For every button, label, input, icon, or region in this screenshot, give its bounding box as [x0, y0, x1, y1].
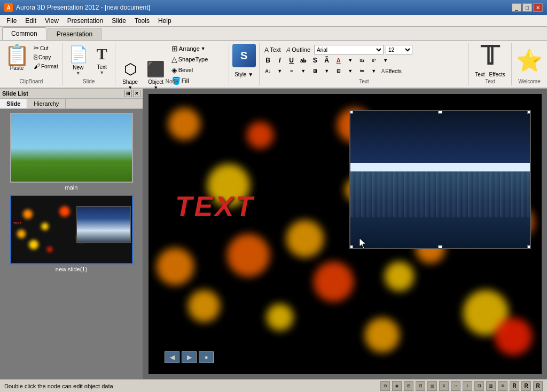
bullets-dd[interactable]: ▼ [369, 66, 379, 76]
underline-button[interactable]: U [286, 56, 297, 65]
nav-play-button[interactable]: ● [199, 351, 214, 363]
menu-file[interactable]: File [2, 16, 21, 26]
minimize-button[interactable]: _ [512, 3, 521, 12]
style-group-right: 𝕋 Text Effects Text [469, 43, 512, 85]
status-icon-9[interactable]: ▥ [486, 381, 496, 391]
ribbon-text-section: Text A Text A Outline Arial 12 [260, 43, 469, 85]
italic-button[interactable]: I [275, 56, 285, 65]
arrange-button[interactable]: ⊞ Arrange ▼ [170, 44, 210, 53]
status-icon-2[interactable]: ⊞ [404, 381, 413, 391]
status-message: Double click the node can edit object da… [4, 383, 113, 389]
status-icon-10[interactable]: ≋ [498, 381, 507, 391]
line-spacing[interactable]: ≡ [286, 66, 297, 76]
status-icon-8[interactable]: ⊡ [474, 381, 484, 391]
status-icon-r0[interactable]: R [510, 381, 519, 391]
handle-bl[interactable] [349, 245, 353, 249]
bevel-button[interactable]: ◈ Bevel [170, 65, 210, 75]
winter-scene [349, 110, 531, 249]
status-icon-r1[interactable]: R [521, 381, 531, 391]
status-icon-7[interactable]: ↕ [463, 381, 472, 391]
main-area: Slide List ⊞ ✕ Slide Hierarchy main [0, 89, 547, 379]
handle-bc[interactable] [438, 245, 442, 249]
column[interactable]: ⊟ [333, 66, 344, 76]
handle-tl[interactable] [349, 110, 353, 114]
style-effects-button[interactable]: Effects [488, 71, 506, 78]
outline-button[interactable]: A Outline [285, 45, 312, 54]
font-family-select[interactable]: Arial [314, 45, 384, 54]
welcome-star-icon[interactable]: ⭐ [516, 50, 543, 71]
slide-tab-slide[interactable]: Slide [0, 99, 27, 108]
nav-prev-button[interactable]: ◀ [165, 351, 179, 363]
style-preview[interactable]: S [232, 44, 256, 67]
bold-button[interactable]: B [263, 56, 274, 65]
slide-label-0: main [65, 184, 78, 191]
title-bar-buttons[interactable]: _ □ ✕ [512, 3, 543, 12]
status-icon-5[interactable]: ≡ [439, 381, 449, 391]
object-button[interactable]: ⬛ Object ▼ [144, 59, 168, 91]
text-dropdown1[interactable]: ▼ [345, 56, 356, 65]
app-icon: A [4, 3, 13, 12]
new-button[interactable]: 📄 New ▼ [66, 44, 90, 77]
bullets[interactable]: ≔ [357, 66, 368, 76]
nav-next-button[interactable]: ▶ [182, 351, 197, 363]
copy-button[interactable]: ⎘ Copy [33, 53, 59, 61]
slide-panel-header-left: Slide List [2, 90, 28, 97]
shapetype-button[interactable]: △ ShapeType [170, 54, 210, 64]
cut-button[interactable]: ✂ Cut [33, 44, 59, 52]
node-label: Node [115, 79, 229, 84]
style-text-button[interactable]: Text [474, 71, 486, 78]
handle-br[interactable] [527, 245, 531, 249]
font-size-select[interactable]: 12 [386, 45, 412, 54]
maximize-button[interactable]: □ [522, 3, 532, 12]
status-icon-4[interactable]: ||| [427, 381, 437, 391]
status-icon-1[interactable]: ◈ [392, 381, 402, 391]
mini-text-overlay: TEXT [13, 222, 21, 225]
shadow-button[interactable]: S [310, 56, 321, 65]
strikethrough-button[interactable]: ab̶ [298, 56, 309, 65]
letter-spacing-button[interactable]: Ã [322, 56, 332, 65]
subscript-button[interactable]: x₂ [357, 56, 368, 65]
font-size-down[interactable]: A↓ [263, 66, 274, 76]
indent-dd[interactable]: ▼ [322, 66, 332, 76]
menu-presentation[interactable]: Presentation [63, 16, 107, 26]
slide-tab-hierarchy[interactable]: Hierarchy [27, 99, 66, 108]
slide-item-0[interactable]: main [4, 113, 138, 191]
format-button[interactable]: 🖌 Format [33, 62, 59, 70]
menu-edit[interactable]: Edit [21, 16, 41, 26]
title-bar-left: A Aurora 3D Presentation 2012 - [new doc… [4, 3, 150, 12]
menu-view[interactable]: View [41, 16, 63, 26]
menu-tools[interactable]: Tools [130, 16, 154, 26]
style-dropdown[interactable]: Style ▼ [235, 72, 253, 77]
mini-winter-image [76, 206, 131, 243]
text-label-button[interactable]: A Text [263, 45, 283, 54]
text-color-button[interactable]: A [333, 56, 344, 65]
text-button[interactable]: T Text ▼ [92, 44, 112, 76]
tab-presentation[interactable]: Presentation [48, 28, 101, 40]
slide-item-1[interactable]: TEXT new slide(1) [4, 195, 138, 272]
handle-tc[interactable] [438, 110, 442, 114]
tab-common[interactable]: Common [2, 27, 46, 40]
paste-button[interactable]: 📋 Paste [3, 44, 30, 72]
handle-tr[interactable] [527, 110, 531, 114]
tab-bar: Common Presentation [0, 27, 547, 41]
title-bar: A Aurora 3D Presentation 2012 - [new doc… [0, 0, 547, 15]
ribbon: 📋 Paste ✂ Cut ⎘ Copy 🖌 Format ClipBoard [0, 41, 547, 89]
status-icon-r2[interactable]: R [533, 381, 543, 391]
column-dd[interactable]: ▼ [345, 66, 356, 76]
status-icon-6[interactable]: ↔ [451, 381, 460, 391]
slide2-bg: TEXT [11, 196, 132, 263]
menu-slide[interactable]: Slide [107, 16, 130, 26]
status-icon-3[interactable]: ⊟ [416, 381, 425, 391]
shape-button[interactable]: ⬡ Shape ▼ [119, 59, 142, 91]
slide1-bg [11, 114, 132, 182]
superscript-button[interactable]: x² [369, 56, 379, 65]
text-dropdown2[interactable]: ▼ [380, 56, 391, 65]
line-spacing-dd[interactable]: ▼ [298, 66, 309, 76]
close-button[interactable]: ✕ [533, 3, 543, 12]
status-icon-0[interactable]: ⊙ [380, 381, 390, 391]
font-size-up[interactable]: ▼ [275, 66, 285, 76]
slide-thumb-1: TEXT [10, 195, 133, 264]
slide-label: Slide [63, 79, 115, 84]
indent[interactable]: ⊞ [310, 66, 321, 76]
menu-help[interactable]: Help [154, 16, 176, 26]
